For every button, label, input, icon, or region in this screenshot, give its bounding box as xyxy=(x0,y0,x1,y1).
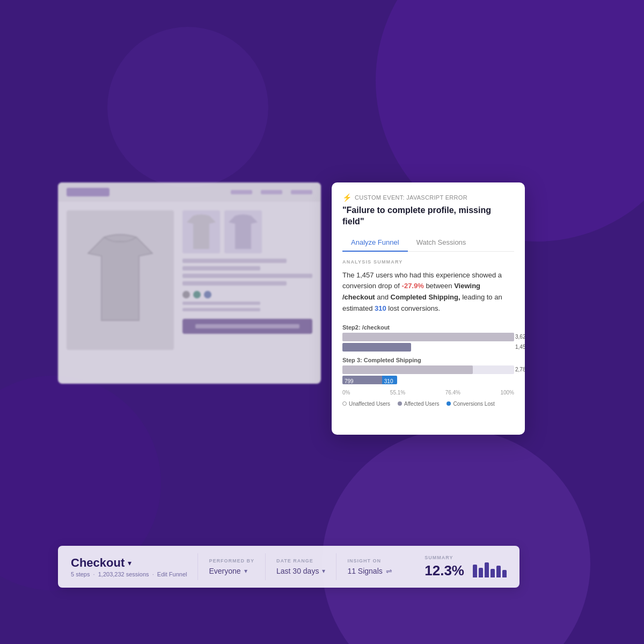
checkout-top: Checkout ▾ xyxy=(71,556,187,570)
tab-watch-sessions[interactable]: Watch Sessions xyxy=(408,235,475,252)
checkout-chevron-icon[interactable]: ▾ xyxy=(128,559,131,567)
summary-value: 12.3% xyxy=(425,562,464,579)
analysis-label: ANALYSIS SUMMARY xyxy=(342,259,514,265)
color-dot-2 xyxy=(193,291,201,298)
step2-total-number: 3,627 xyxy=(515,333,525,341)
main-container: ⚡ Custom Event: Javascript Error "Failur… xyxy=(58,182,525,440)
performed-by-text: Everyone xyxy=(209,567,240,575)
panel-tabs: Analyze Funnel Watch Sessions xyxy=(342,235,514,252)
summary-bar-3 xyxy=(485,562,489,577)
legend-label-affected: Affected Users xyxy=(404,401,439,407)
divider-3 xyxy=(336,553,336,580)
info-line-5 xyxy=(182,302,260,305)
text-3: and xyxy=(375,293,391,301)
insight-on-label: INSIGHT ON xyxy=(347,558,392,564)
webpage-preview xyxy=(58,182,321,384)
webpage-logo xyxy=(67,188,109,196)
text-2: between xyxy=(424,282,454,290)
summary-bar-6 xyxy=(502,570,507,577)
highlight-blue: 310 xyxy=(375,304,386,312)
insight-on-text: 11 Signals xyxy=(347,567,382,575)
checkout-title: Checkout xyxy=(71,556,125,570)
toolbar-date-range: DATE RANGE Last 30 days ▾ xyxy=(276,558,325,575)
step3-total-number: 2,787 xyxy=(515,365,525,374)
color-dot-3 xyxy=(204,291,211,298)
step3-total-bar: 2,787 xyxy=(342,365,514,374)
summary-bar-2 xyxy=(479,568,483,577)
checkout-sessions: 1,203,232 sessions xyxy=(98,571,149,577)
performed-by-chevron: ▾ xyxy=(244,567,247,575)
toolbar-performed-by: PERFORMED BY Everyone ▾ xyxy=(209,558,254,575)
legend-label-conversions-lost: Conversions Lost xyxy=(453,401,494,407)
step2-bars: 3,627 1,451 xyxy=(342,333,514,352)
product-info xyxy=(182,259,312,334)
summary-label: SUMMARY xyxy=(425,555,464,560)
step3-total-fill xyxy=(342,365,473,374)
thumb-2 xyxy=(224,210,262,253)
toolbar: Checkout ▾ 5 steps · 1,203,232 sessions … xyxy=(58,546,519,588)
info-line-6 xyxy=(182,308,260,311)
x-label-0: 0% xyxy=(342,390,350,396)
tshirt-svg xyxy=(77,226,163,334)
date-range-value[interactable]: Last 30 days ▾ xyxy=(276,567,325,575)
insight-on-value[interactable]: 11 Signals ⇌ xyxy=(347,567,392,575)
event-header: ⚡ Custom Event: Javascript Error xyxy=(342,193,514,202)
step3-stacked-bar: 799 310 xyxy=(342,376,514,384)
tab-analyze-funnel[interactable]: Analyze Funnel xyxy=(342,235,408,252)
step3-gray-fill: 799 xyxy=(342,376,382,384)
checkout-sub: 5 steps · 1,203,232 sessions · Edit Funn… xyxy=(71,571,187,577)
product-image-main xyxy=(67,210,174,350)
date-range-chevron: ▾ xyxy=(322,567,325,575)
toolbar-insight-on: INSIGHT ON 11 Signals ⇌ xyxy=(347,558,392,575)
step2-label: Step2: /checkout xyxy=(342,324,514,331)
legend-dot-affected xyxy=(398,401,402,406)
step3-label: Step 3: Completed Shipping xyxy=(342,357,514,363)
panel-title: "Failure to complete profile, missing fi… xyxy=(342,205,514,228)
btn-label xyxy=(195,324,299,328)
step3-stack: 799 310 xyxy=(342,376,397,384)
step3-label-text: Step 3: xyxy=(342,357,362,363)
info-line-1 xyxy=(182,259,287,263)
filter-icon: ⇌ xyxy=(386,567,392,575)
webpage-header xyxy=(58,182,321,202)
date-range-label: DATE RANGE xyxy=(276,558,325,564)
analytics-panel: ⚡ Custom Event: Javascript Error "Failur… xyxy=(332,182,525,435)
webpage-nav xyxy=(231,190,312,194)
toolbar-checkout-section: Checkout ▾ 5 steps · 1,203,232 sessions … xyxy=(71,556,187,577)
x-label-3: 100% xyxy=(500,390,514,396)
legend-affected: Affected Users xyxy=(398,401,439,407)
step3-blue-fill: 310 xyxy=(382,376,398,384)
analysis-text: The 1,457 users who had this experience … xyxy=(342,270,514,314)
webpage-nav-item xyxy=(261,190,282,194)
highlight-red: -27.9% xyxy=(402,282,424,290)
date-range-text: Last 30 days xyxy=(276,567,319,575)
summary-bar-1 xyxy=(473,565,477,577)
legend-dot-unaffected xyxy=(342,401,347,406)
step3-blue-number: 310 xyxy=(382,378,396,384)
checkout-steps: 5 steps xyxy=(71,571,90,577)
edit-funnel-link[interactable]: Edit Funnel xyxy=(157,571,187,577)
step2-label-text: Step2: xyxy=(342,324,361,331)
add-to-cart-btn xyxy=(182,319,312,334)
step2-affected-fill xyxy=(342,343,411,352)
step2-section: Step2: /checkout 3,627 1,451 xyxy=(342,324,514,352)
summary-section: SUMMARY 12.3% xyxy=(425,555,464,579)
text-5: lost conversions. xyxy=(386,304,440,312)
summary-bar-4 xyxy=(491,569,495,577)
webpage-nav-item xyxy=(291,190,312,194)
step3-name: Completed Shipping xyxy=(364,357,421,363)
step2-name: /checkout xyxy=(362,324,390,331)
legend-unaffected: Unaffected Users xyxy=(342,401,390,407)
legend-dot-conversions-lost xyxy=(447,401,451,406)
step3-section: Step 3: Completed Shipping 2,787 799 xyxy=(342,357,514,384)
summary-chart xyxy=(473,556,507,577)
webpage-right xyxy=(182,210,312,375)
step2-affected-number: 1,451 xyxy=(515,343,525,352)
step2-affected-bar: 1,451 xyxy=(342,343,514,352)
thumb-1 xyxy=(182,210,220,253)
thumb-svg-1 xyxy=(182,210,220,253)
bg-decoration-2 xyxy=(322,429,590,644)
thumb-svg-2 xyxy=(224,210,262,253)
performed-by-value[interactable]: Everyone ▾ xyxy=(209,567,254,575)
toolbar-summary: SUMMARY 12.3% xyxy=(425,555,507,579)
